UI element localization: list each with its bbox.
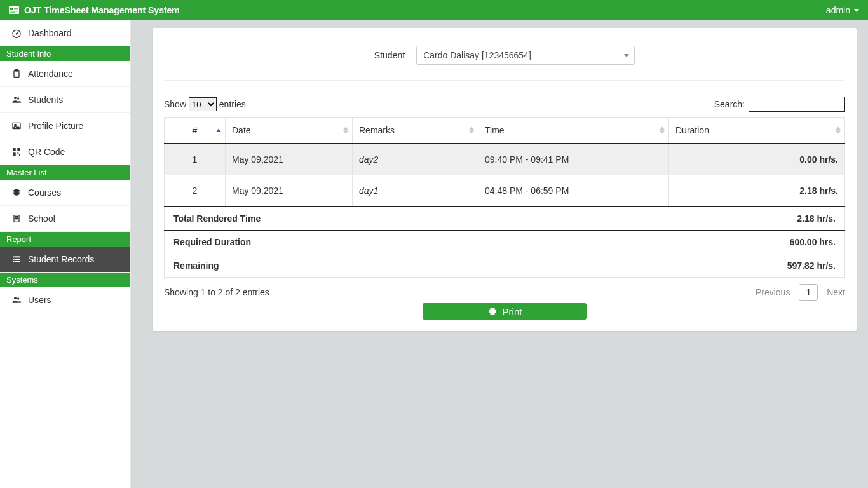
table-row: 2May 09,2021day104:48 PM - 06:59 PM2.18 … (165, 175, 845, 207)
content-area: Student Cardo Dalisay [123456654] Show 1… (131, 20, 868, 488)
sidebar-item-dashboard[interactable]: Dashboard (0, 20, 130, 46)
svg-rect-24 (13, 256, 15, 257)
length-control: Show 102550100 entries (164, 97, 246, 111)
pager-page-1[interactable]: 1 (799, 284, 818, 301)
student-select[interactable]: Cardo Dalisay [123456654] (416, 46, 635, 65)
summary-value: 2.18 hr/s. (669, 207, 845, 231)
cell-remarks: day1 (353, 175, 478, 207)
svg-rect-26 (13, 259, 15, 260)
divider (164, 90, 845, 90)
search-label: Search: (714, 99, 745, 109)
chevron-down-icon (854, 9, 859, 12)
svg-point-7 (16, 33, 18, 35)
sidebar-header-report: Report (0, 232, 130, 247)
summary-row: Required Duration600.00 hrs. (165, 231, 845, 254)
user-menu[interactable]: admin (826, 5, 859, 15)
print-label: Print (503, 306, 522, 317)
sidebar-item-school[interactable]: School (0, 206, 130, 232)
cell-num: 2 (165, 175, 226, 207)
col-remarks[interactable]: Remarks (353, 118, 478, 144)
sidebar-label: Students (28, 95, 63, 105)
sidebar-item-courses[interactable]: Courses (0, 180, 130, 206)
length-prefix: Show (164, 99, 186, 109)
chevron-down-icon (619, 46, 634, 64)
sidebar-label: Attendance (28, 69, 73, 79)
sidebar-item-student-records[interactable]: Student Records (0, 247, 130, 273)
svg-rect-27 (15, 259, 20, 260)
col-num[interactable]: # (165, 118, 226, 144)
cell-time: 09:40 PM - 09:41 PM (478, 144, 669, 175)
search-input[interactable] (749, 97, 845, 112)
svg-rect-28 (13, 261, 15, 262)
sidebar-label: Courses (28, 187, 61, 198)
sort-icon (660, 127, 665, 134)
sidebar-item-profile-picture[interactable]: Profile Picture (0, 113, 130, 139)
svg-rect-22 (15, 218, 16, 219)
table-header-row: # Date Remarks Time Duration (165, 118, 845, 144)
svg-rect-18 (19, 154, 20, 156)
summary-value: 600.00 hrs. (669, 231, 845, 254)
cell-time: 04:48 PM - 06:59 PM (478, 175, 669, 207)
col-time[interactable]: Time (478, 118, 669, 144)
summary-label: Remaining (165, 254, 669, 278)
qrcode-icon (11, 147, 22, 157)
summary-row: Remaining597.82 hr/s. (165, 254, 845, 278)
svg-rect-2 (14, 8, 18, 9)
sidebar-label: Profile Picture (28, 121, 83, 131)
sort-icon (343, 127, 348, 134)
svg-rect-23 (17, 218, 18, 219)
datatable-controls: Show 102550100 entries Search: (164, 97, 845, 112)
brand: OJT TimeSheet Management System (9, 5, 180, 15)
cell-remarks: day2 (353, 144, 478, 175)
records-card: Student Cardo Dalisay [123456654] Show 1… (153, 28, 857, 331)
sidebar-header-student-info: Student Info (0, 46, 130, 61)
sidebar-label: Dashboard (28, 28, 72, 38)
search-control: Search: (714, 97, 845, 112)
print-row: Print (164, 303, 845, 320)
cell-duration: 0.00 hr/s. (669, 144, 845, 175)
sidebar-header-master-list: Master List (0, 165, 130, 180)
printer-icon (487, 307, 498, 316)
datatable-bottom: Showing 1 to 2 of 2 entries Previous 1 N… (164, 284, 845, 301)
dashboard-icon (11, 28, 22, 38)
datatable-info: Showing 1 to 2 of 2 entries (164, 287, 269, 297)
svg-point-13 (15, 124, 17, 126)
svg-rect-4 (10, 11, 18, 11)
student-filter-row: Student Cardo Dalisay [123456654] (164, 39, 845, 81)
col-date[interactable]: Date (226, 118, 353, 144)
svg-rect-25 (15, 256, 20, 257)
graduation-icon (11, 187, 22, 198)
cell-date: May 09,2021 (226, 144, 353, 175)
summary-label: Required Duration (165, 231, 669, 254)
svg-rect-16 (13, 152, 16, 156)
records-table: # Date Remarks Time Duration 1May 09,202… (164, 117, 845, 278)
pager-next[interactable]: Next (827, 287, 845, 297)
student-label: Student (374, 50, 405, 60)
sidebar-item-qr-code[interactable]: QR Code (0, 139, 130, 165)
svg-point-10 (14, 97, 17, 99)
print-button[interactable]: Print (423, 303, 587, 320)
sidebar-item-attendance[interactable]: Attendance (0, 61, 130, 87)
length-select[interactable]: 102550100 (189, 97, 217, 111)
user-name: admin (826, 5, 850, 15)
sidebar-item-users[interactable]: Users (0, 287, 130, 313)
sidebar-item-students[interactable]: Students (0, 87, 130, 113)
sidebar-label: QR Code (28, 147, 65, 157)
id-card-icon (9, 5, 19, 15)
svg-rect-20 (15, 217, 16, 217)
svg-rect-1 (10, 8, 13, 10)
sort-icon (216, 129, 221, 132)
cell-date: May 09,2021 (226, 175, 353, 207)
pager-prev[interactable]: Previous (756, 287, 790, 297)
svg-rect-17 (17, 152, 18, 154)
clipboard-icon (11, 69, 22, 79)
sidebar-header-systems: Systems (0, 273, 130, 287)
student-select-value: Cardo Dalisay [123456654] (423, 50, 531, 60)
pagination: Previous 1 Next (756, 284, 845, 301)
cell-num: 1 (165, 144, 226, 175)
sidebar-label: Student Records (28, 254, 94, 264)
brand-text: OJT TimeSheet Management System (24, 5, 180, 15)
svg-rect-15 (17, 148, 20, 151)
sort-icon (469, 127, 474, 134)
col-duration[interactable]: Duration (669, 118, 845, 144)
